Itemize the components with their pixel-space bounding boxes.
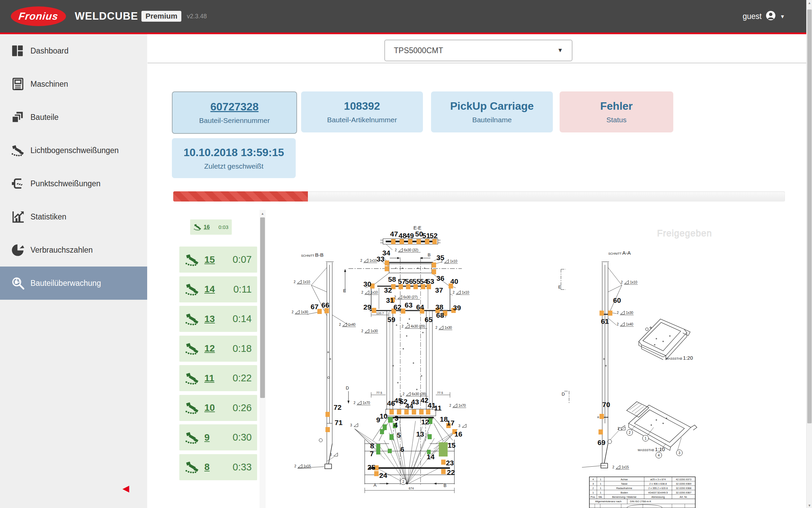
svg-text:52: 52 bbox=[430, 232, 437, 239]
svg-text:1x15: 1x15 bbox=[622, 465, 629, 469]
svg-text:11: 11 bbox=[434, 404, 442, 412]
svg-text:120.7: 120.7 bbox=[376, 312, 384, 315]
card-label: Bauteil-Artikelnummer bbox=[327, 116, 397, 124]
edition-badge: Premium bbox=[141, 11, 181, 22]
weld-seam-number[interactable]: 14 bbox=[204, 284, 215, 295]
sidebar-item-punktschweissungen[interactable]: Punktschweißungen bbox=[0, 167, 147, 200]
sidebar-item-label: Bauteilüberwachung bbox=[30, 279, 101, 288]
weld-seam-item-14[interactable]: 140:11 bbox=[179, 276, 257, 302]
svg-text:77.5: 77.5 bbox=[437, 391, 443, 395]
svg-text:1x10: 1x10 bbox=[630, 280, 637, 284]
scroll-up-icon[interactable]: ▲ bbox=[260, 210, 266, 217]
weld-list-scrollbar[interactable]: ▲ bbox=[260, 210, 266, 508]
weld-seam-number[interactable]: 11 bbox=[204, 373, 215, 384]
svg-text:36: 36 bbox=[436, 274, 444, 282]
svg-text:3: 3 bbox=[617, 427, 619, 430]
sidebar-item-statistiken[interactable]: Statistiken bbox=[0, 200, 147, 233]
info-card-bauteil-seriennummer[interactable]: 60727328Bauteil-Seriennummer bbox=[172, 91, 297, 134]
scroll-down-icon[interactable]: ▼ bbox=[807, 503, 812, 508]
weld-seam-number[interactable]: 10 bbox=[204, 402, 215, 413]
sidebar-collapse-icon[interactable]: ◀ bbox=[122, 483, 129, 494]
weld-seam-item-13[interactable]: 130:14 bbox=[179, 306, 257, 332]
sidebar-item-lichtbogenschweissungen[interactable]: Lichtbogenschweißungen bbox=[0, 134, 147, 167]
svg-text:4x30 (29): 4x30 (29) bbox=[411, 324, 425, 328]
page-scrollbar[interactable]: ▲ ▼ bbox=[806, 0, 812, 508]
svg-text:6x30 (28): 6x30 (28) bbox=[412, 392, 426, 396]
weld-seam-number[interactable]: 16 bbox=[204, 224, 210, 230]
svg-text:17: 17 bbox=[447, 419, 454, 427]
svg-text:1x40: 1x40 bbox=[626, 322, 633, 326]
sidebar-item-dashboard[interactable]: Dashboard bbox=[0, 34, 147, 67]
sidebar-item-maschinen[interactable]: Maschinen bbox=[0, 67, 147, 101]
machine-select-dropdown[interactable]: TPS5000CMT ▼ bbox=[384, 40, 572, 61]
svg-text:2: 2 bbox=[435, 326, 437, 330]
machine-icon bbox=[10, 77, 26, 91]
weld-seam-time: 0:22 bbox=[233, 373, 252, 384]
weld-seam-item-11[interactable]: 110:22 bbox=[179, 365, 257, 391]
weld-list-scroll-thumb[interactable] bbox=[260, 217, 265, 398]
app-header: Fronius WELDCUBE Premium v2.3.48 guest ▼ bbox=[0, 0, 812, 33]
svg-text:#2x637.52x949.5: #2x637.52x949.5 bbox=[648, 491, 668, 494]
svg-text:2: 2 bbox=[360, 259, 362, 262]
svg-text:2: 2 bbox=[339, 323, 341, 326]
svg-text:49: 49 bbox=[406, 232, 414, 239]
weld-seam-time: 0:07 bbox=[233, 254, 252, 265]
svg-text:D: D bbox=[346, 385, 349, 390]
sidebar-item-verbrauchszahlen[interactable]: Verbrauchszahlen bbox=[0, 233, 147, 267]
svg-text:58: 58 bbox=[388, 275, 396, 283]
svg-text:SCHNITT A-A: SCHNITT A-A bbox=[608, 250, 631, 256]
svg-text:67: 67 bbox=[311, 303, 318, 311]
scroll-up-icon[interactable]: ▲ bbox=[807, 0, 812, 5]
svg-text:Radaufnahme: Radaufnahme bbox=[616, 487, 632, 490]
svg-text:2: 2 bbox=[617, 311, 619, 315]
svg-text:61: 61 bbox=[601, 317, 609, 325]
svg-text:1: 1 bbox=[600, 491, 601, 494]
svg-text:12: 12 bbox=[421, 418, 429, 426]
weld-seam-item-8[interactable]: 80:33 bbox=[179, 454, 257, 480]
spot-weld-icon bbox=[10, 176, 26, 191]
svg-text:1x10: 1x10 bbox=[303, 280, 310, 284]
weld-seam-item-12[interactable]: 120:18 bbox=[179, 336, 257, 362]
svg-text:30: 30 bbox=[363, 280, 371, 288]
weld-seam-number[interactable]: 13 bbox=[204, 314, 215, 324]
svg-text:32.0200.9367: 32.0200.9367 bbox=[676, 491, 692, 494]
svg-text:3: 3 bbox=[678, 451, 680, 455]
svg-text:53: 53 bbox=[426, 277, 434, 285]
part-drawing-panel: Freigegeben67667271474849505152343335365… bbox=[267, 207, 792, 508]
svg-text:3: 3 bbox=[330, 453, 332, 457]
user-menu[interactable]: guest ▼ bbox=[743, 10, 785, 22]
svg-text:2: 2 bbox=[403, 392, 405, 396]
weld-seam-number[interactable]: 15 bbox=[204, 254, 215, 265]
weld-seam-item-15[interactable]: 150:07 bbox=[179, 247, 257, 273]
svg-text:2: 2 bbox=[402, 480, 404, 484]
page-scroll-thumb[interactable] bbox=[807, 9, 812, 423]
svg-text:32.0200.9368: 32.0200.9368 bbox=[676, 487, 692, 490]
svg-text:5: 5 bbox=[397, 431, 401, 439]
svg-text:1: 1 bbox=[600, 482, 601, 485]
svg-text:66: 66 bbox=[321, 301, 329, 309]
svg-text:MASSSTAB 1:10: MASSSTAB 1:10 bbox=[638, 446, 665, 452]
user-avatar-icon[interactable] bbox=[766, 10, 776, 22]
svg-text:70: 70 bbox=[602, 401, 610, 408]
card-label: Bauteil-Seriennummer bbox=[199, 117, 270, 125]
sidebar-item-label: Statistiken bbox=[30, 212, 66, 221]
weld-seam-number[interactable]: 12 bbox=[204, 343, 215, 354]
svg-text:2 x 406 x 638.8: 2 x 406 x 638.8 bbox=[649, 482, 667, 485]
svg-text:1: 1 bbox=[600, 487, 601, 490]
card-value[interactable]: 60727328 bbox=[210, 101, 258, 113]
weld-seam-number[interactable]: 8 bbox=[204, 462, 210, 472]
svg-text:Abmessung: Abmessung bbox=[651, 495, 665, 499]
weld-seam-item-9[interactable]: 90:30 bbox=[179, 424, 257, 450]
user-menu-caret-icon[interactable]: ▼ bbox=[780, 14, 785, 19]
svg-text:39: 39 bbox=[453, 304, 461, 312]
dashboard-icon bbox=[10, 44, 26, 58]
sidebar-item-bauteiluberwachung[interactable]: Bauteilüberwachung bbox=[0, 267, 147, 300]
svg-text:56: 56 bbox=[405, 277, 413, 285]
weld-seam-item-16[interactable]: 160:03 bbox=[190, 219, 232, 235]
weld-seam-item-10[interactable]: 100:26 bbox=[179, 395, 257, 421]
weld-seam-number[interactable]: 9 bbox=[204, 432, 210, 443]
svg-text:69: 69 bbox=[597, 439, 605, 446]
weld-seam-time: 0:03 bbox=[219, 224, 228, 230]
product-name: WELDCUBE bbox=[75, 10, 138, 22]
sidebar-item-bauteile[interactable]: Bauteile bbox=[0, 101, 147, 134]
